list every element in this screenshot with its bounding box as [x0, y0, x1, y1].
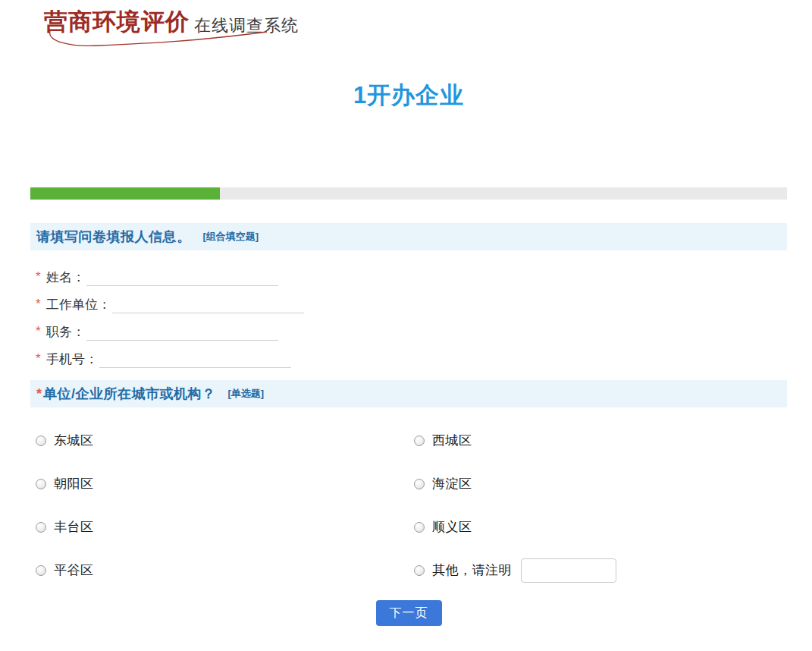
- respondent-fields: *姓名：*工作单位：*职务：*手机号：: [36, 263, 566, 373]
- radio-option-label: 西城区: [432, 432, 472, 449]
- field-input[interactable]: [86, 268, 278, 286]
- radio-icon[interactable]: [36, 565, 46, 576]
- radio-icon[interactable]: [36, 522, 46, 533]
- radio-option-label: 丰台区: [54, 518, 94, 536]
- field-input[interactable]: [86, 322, 278, 341]
- required-marker: *: [36, 351, 45, 366]
- radio-option[interactable]: 东城区: [36, 419, 414, 462]
- section-city-question: * 单位/企业所在城市或机构？ [单选题]: [30, 380, 787, 407]
- other-specify-input[interactable]: [521, 558, 616, 583]
- logo-brand-text: 营商环境评价: [44, 6, 190, 38]
- radio-option[interactable]: 平谷区: [36, 549, 414, 592]
- logo: 营商环境评价 在线调查系统: [44, 6, 299, 38]
- radio-icon[interactable]: [414, 565, 425, 576]
- field-row: *职务：: [36, 318, 566, 345]
- survey-page: 营商环境评价 在线调查系统 1开办企业 请填写问卷填报人信息。 [组合填空题] …: [0, 0, 812, 651]
- radio-option[interactable]: 丰台区: [36, 505, 414, 549]
- section-title: 请填写问卷填报人信息。: [36, 228, 191, 246]
- logo-suffix-text: 在线调查系统: [194, 14, 299, 37]
- radio-option-label: 顺义区: [432, 518, 472, 536]
- field-row: *姓名：: [36, 263, 566, 291]
- question-type-tag: [组合填空题]: [203, 230, 259, 244]
- progress-bar-fill: [30, 187, 220, 200]
- radio-option[interactable]: 顺义区: [414, 505, 787, 549]
- radio-option[interactable]: 其他，请注明: [414, 549, 787, 592]
- field-row: *手机号：: [36, 345, 566, 373]
- radio-option[interactable]: 朝阳区: [36, 462, 414, 505]
- field-label: 姓名：: [46, 269, 85, 286]
- city-options-grid: 东城区西城区朝阳区海淀区丰台区顺义区平谷区其他，请注明: [36, 419, 787, 592]
- question-type-tag: [单选题]: [228, 387, 265, 401]
- radio-option[interactable]: 西城区: [414, 419, 787, 462]
- required-marker: *: [36, 297, 45, 312]
- field-label: 职务：: [46, 323, 85, 341]
- field-input[interactable]: [99, 350, 291, 368]
- field-label: 工作单位：: [46, 296, 111, 313]
- radio-option-label: 东城区: [54, 432, 94, 449]
- progress-bar: [30, 187, 787, 200]
- required-marker: *: [36, 324, 45, 339]
- radio-option-label: 平谷区: [54, 561, 94, 579]
- radio-icon[interactable]: [414, 479, 425, 489]
- next-page-button[interactable]: 下一页: [376, 600, 442, 626]
- section-respondent-info: 请填写问卷填报人信息。 [组合填空题]: [30, 223, 787, 250]
- required-marker: *: [36, 386, 42, 402]
- radio-option-label: 朝阳区: [54, 475, 94, 492]
- field-row: *工作单位：: [36, 291, 566, 318]
- radio-icon[interactable]: [36, 436, 46, 446]
- radio-option-label: 海淀区: [432, 475, 472, 492]
- radio-icon[interactable]: [414, 522, 425, 533]
- footer: 下一页: [30, 600, 787, 626]
- radio-icon[interactable]: [36, 479, 46, 489]
- section-title: 单位/企业所在城市或机构？: [43, 385, 216, 403]
- radio-icon[interactable]: [414, 436, 425, 446]
- page-title: 1开办企业: [30, 80, 787, 112]
- radio-option[interactable]: 海淀区: [414, 462, 787, 505]
- field-label: 手机号：: [46, 351, 98, 368]
- radio-option-label: 其他，请注明: [432, 561, 512, 579]
- required-marker: *: [36, 269, 45, 285]
- field-input[interactable]: [112, 295, 304, 313]
